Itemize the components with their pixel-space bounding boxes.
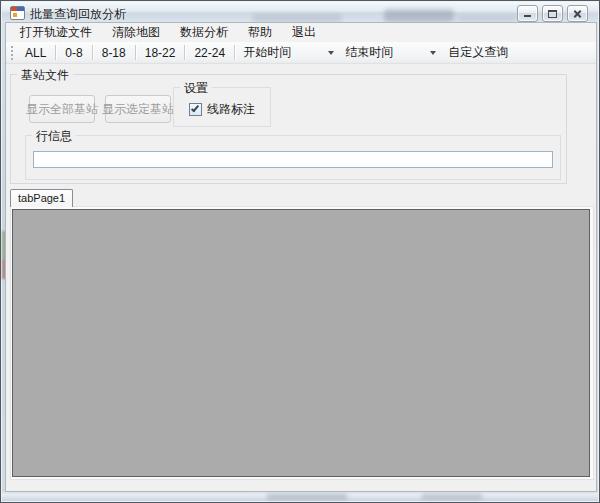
toolstrip-grip-handle[interactable] xyxy=(11,46,14,60)
checkbox-checked[interactable] xyxy=(189,103,202,116)
menu-item-exit[interactable]: 退出 xyxy=(282,22,326,43)
title-bar[interactable]: 批量查询回放分析 xyxy=(2,2,598,23)
station-files-group: 基站文件 显示全部基站 显示选定基站 设置 线路标注 行信息 xyxy=(10,74,567,184)
minimize-icon xyxy=(524,15,531,17)
app-window: 批量查询回放分析 打开轨迹文件 清除地图 数据分析 帮助 退出 ALL 0 xyxy=(0,0,600,503)
line-label-checkbox[interactable]: 线路标注 xyxy=(189,101,255,118)
toolbar-separator xyxy=(184,45,185,60)
menu-item-data-analysis[interactable]: 数据分析 xyxy=(170,22,238,43)
start-time-dropdown[interactable]: 开始时间 xyxy=(237,42,339,63)
minimize-button[interactable] xyxy=(517,5,538,22)
menu-item-open-track-file[interactable]: 打开轨迹文件 xyxy=(10,22,102,43)
toolbar-button-0-8[interactable]: 0-8 xyxy=(58,44,89,62)
glass-reflection xyxy=(384,9,454,22)
tab-tabpage1[interactable]: tabPage1 xyxy=(10,189,73,207)
toolbar-separator xyxy=(55,45,56,60)
client-area: 打开轨迹文件 清除地图 数据分析 帮助 退出 ALL 0-8 8-18 18-2… xyxy=(6,23,596,491)
menu-bar: 打开轨迹文件 清除地图 数据分析 帮助 退出 xyxy=(6,23,596,42)
show-selected-stations-button[interactable]: 显示选定基站 xyxy=(105,95,171,123)
settings-group-title: 设置 xyxy=(180,80,212,97)
chevron-down-icon xyxy=(328,51,334,55)
chevron-down-icon xyxy=(430,51,436,55)
row-info-input[interactable] xyxy=(33,151,553,168)
tool-strip: ALL 0-8 8-18 18-22 22-24 开始时间 结束时间 自定义查询 xyxy=(6,42,596,64)
row-info-group-title: 行信息 xyxy=(32,128,76,145)
menu-item-clear-map[interactable]: 清除地图 xyxy=(102,22,170,43)
custom-query-button[interactable]: 自定义查询 xyxy=(441,42,515,63)
toolbar-separator xyxy=(234,45,235,60)
toolbar-button-8-18[interactable]: 8-18 xyxy=(95,44,133,62)
start-time-label: 开始时间 xyxy=(243,44,291,61)
toolbar-button-all[interactable]: ALL xyxy=(18,44,53,62)
end-time-dropdown[interactable]: 结束时间 xyxy=(339,42,441,63)
window-title: 批量查询回放分析 xyxy=(30,6,126,23)
tab-label: tabPage1 xyxy=(18,192,65,204)
toolbar-button-18-22[interactable]: 18-22 xyxy=(138,44,183,62)
maximize-icon xyxy=(548,10,557,18)
station-files-group-title: 基站文件 xyxy=(17,67,73,84)
map-panel xyxy=(12,209,590,477)
close-button[interactable] xyxy=(567,5,588,22)
maximize-button[interactable] xyxy=(542,5,563,22)
toolbar-separator xyxy=(92,45,93,60)
toolbar-button-22-24[interactable]: 22-24 xyxy=(187,44,232,62)
settings-group: 设置 线路标注 xyxy=(173,87,271,127)
glass-reflection xyxy=(457,15,517,22)
check-icon xyxy=(191,104,199,113)
line-label-checkbox-label: 线路标注 xyxy=(207,101,255,118)
caption-buttons xyxy=(517,5,588,22)
end-time-label: 结束时间 xyxy=(345,44,393,61)
show-all-stations-button[interactable]: 显示全部基站 xyxy=(29,95,95,123)
app-icon xyxy=(10,6,25,20)
menu-item-help[interactable]: 帮助 xyxy=(238,22,282,43)
toolbar-separator xyxy=(135,45,136,60)
row-info-group: 行信息 xyxy=(25,135,561,180)
tab-page-body xyxy=(10,206,594,480)
